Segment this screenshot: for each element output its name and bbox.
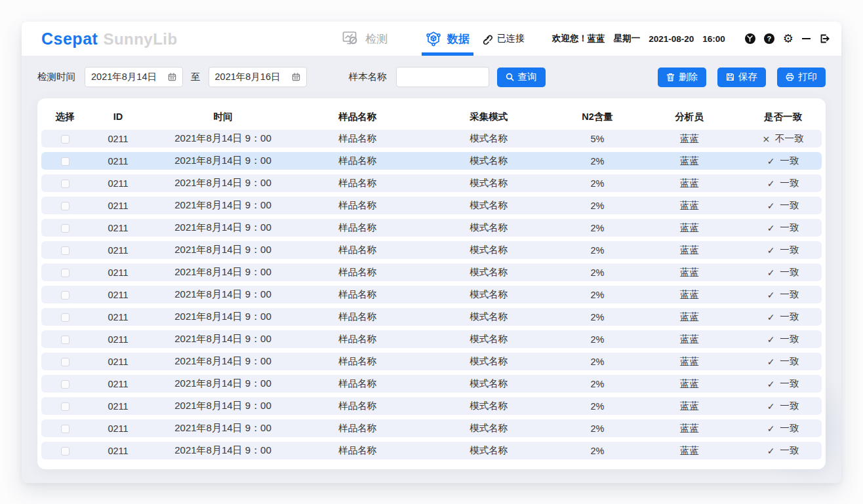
select-cell [41,201,89,211]
save-button[interactable]: 保存 [717,68,766,87]
id-cell: 0211 [89,267,148,278]
match-mark-icon: ✓ [767,334,775,345]
delete-button[interactable]: 删除 [658,68,706,87]
print-button[interactable]: 打印 [777,68,826,87]
tools-icon[interactable] [745,33,755,44]
date-from-input[interactable]: 2021年8月14日 [85,67,183,87]
sample-name-cell: 样品名称 [298,400,416,412]
app-window: Csepat SunnyLib 检测 [22,22,841,483]
n2-content-cell: 2% [561,423,634,434]
match-cell: ✓ 一致 [744,378,822,390]
table-row[interactable]: 0211 2021年8月14日 9：00 样品名称 模式名称 2% 蓝蓝 ✓ 一… [41,353,822,370]
row-checkbox[interactable] [61,180,70,188]
n2-content-cell: 2% [561,178,634,189]
window-icons: ? ⚙ [745,33,830,45]
mode-cell: 模式名称 [416,422,561,435]
tab-detection[interactable]: 检测 [341,22,389,56]
time-cell: 2021年8月14日 9：00 [148,132,298,145]
id-cell: 0211 [89,178,148,189]
table-row[interactable]: 0211 2021年8月14日 9：00 样品名称 模式名称 2% 蓝蓝 ✓ 一… [41,330,822,348]
row-checkbox[interactable] [61,336,70,344]
table-row[interactable]: 0211 2021年8月14日 9：00 样品名称 模式名称 2% 蓝蓝 ✓ 一… [41,286,822,303]
brand-secondary: SunnyLib [103,30,177,48]
select-cell [41,267,89,278]
table-row[interactable]: 0211 2021年8月14日 9：00 样品名称 模式名称 2% 蓝蓝 ✓ 一… [41,397,822,415]
table-row[interactable]: 0211 2021年8月14日 9：00 样品名称 模式名称 2% 蓝蓝 ✓ 一… [41,442,822,459]
time-text: 16:00 [702,34,725,44]
query-button[interactable]: 查询 [497,68,546,87]
column-header-time: 时间 [148,111,298,123]
row-checkbox[interactable] [61,402,70,411]
sample-name-input[interactable] [396,67,489,87]
match-label: 一致 [780,444,799,457]
filter-bar: 检测时间 2021年8月14日 至 2021年8月16日 [22,56,841,98]
table-row[interactable]: 0211 2021年8月14日 9：00 样品名称 模式名称 2% 蓝蓝 ✓ 一… [41,152,822,170]
help-icon[interactable]: ? [764,33,774,44]
time-cell: 2021年8月14日 9：00 [148,422,298,435]
match-label: 一致 [780,155,799,167]
id-cell: 0211 [89,334,148,345]
n2-content-cell: 2% [561,223,634,233]
logout-icon[interactable] [819,33,830,44]
analyst-cell: 蓝蓝 [634,444,744,457]
data-table-card: 选择 ID 时间 样品名称 采集模式 N2含量 分析员 是否一致 0211 20… [37,98,826,469]
select-cell [41,290,89,300]
time-cell: 2021年8月14日 9：00 [148,222,298,234]
row-checkbox[interactable] [61,313,70,322]
row-checkbox[interactable] [61,269,70,277]
table-row[interactable]: 0211 2021年8月14日 9：00 样品名称 模式名称 2% 蓝蓝 ✓ 一… [41,419,822,437]
table-row[interactable]: 0211 2021年8月14日 9：00 样品名称 模式名称 2% 蓝蓝 ✓ 一… [41,263,822,281]
table-row[interactable]: 0211 2021年8月14日 9：00 样品名称 模式名称 2% 蓝蓝 ✓ 一… [41,197,822,214]
row-checkbox[interactable] [61,358,70,366]
select-cell [41,156,89,166]
n2-content-cell: 2% [561,267,634,278]
action-buttons: 删除 保存 [658,68,826,87]
row-checkbox[interactable] [61,224,70,233]
row-checkbox[interactable] [61,202,70,210]
minimize-icon[interactable] [802,38,811,40]
select-cell [41,334,89,345]
column-header-mode: 采集模式 [416,111,561,123]
column-header-sample: 样品名称 [298,111,416,123]
time-cell: 2021年8月14日 9：00 [148,177,298,189]
row-checkbox[interactable] [61,447,70,456]
monitor-chart-icon [342,31,359,47]
table-row[interactable]: 0211 2021年8月14日 9：00 样品名称 模式名称 2% 蓝蓝 ✓ 一… [41,241,822,259]
select-cell [41,401,89,412]
table-row[interactable]: 0211 2021年8月14日 9：00 样品名称 模式名称 2% 蓝蓝 ✓ 一… [41,375,822,393]
settings-gear-icon[interactable]: ⚙ [783,33,793,45]
match-label: 一致 [780,333,799,345]
row-checkbox[interactable] [61,380,70,389]
time-cell: 2021年8月14日 9：00 [148,355,298,368]
save-button-label: 保存 [738,71,757,83]
calendar-icon [168,73,176,81]
table-row[interactable]: 0211 2021年8月14日 9：00 样品名称 模式名称 2% 蓝蓝 ✓ 一… [41,308,822,326]
row-checkbox[interactable] [61,157,70,166]
table-row[interactable]: 0211 2021年8月14日 9：00 样品名称 模式名称 5% 蓝蓝 × 不… [41,130,822,147]
date-from-value: 2021年8月14日 [91,71,157,83]
range-separator: 至 [191,71,201,83]
mode-cell: 模式名称 [416,266,561,279]
mode-cell: 模式名称 [416,288,561,301]
mode-cell: 模式名称 [416,132,561,145]
tab-data[interactable]: 数据 [424,22,471,56]
connection-status[interactable]: 已连接 [481,33,525,45]
date-to-input[interactable]: 2021年8月16日 [209,67,307,87]
sample-name-cell: 样品名称 [298,222,416,234]
row-checkbox[interactable] [61,246,70,255]
match-mark-icon: ✓ [767,156,775,166]
column-header-select: 选择 [41,111,89,123]
row-checkbox[interactable] [61,135,70,144]
n2-content-cell: 2% [561,156,634,166]
n2-content-cell: 2% [561,245,634,256]
row-checkbox[interactable] [61,291,70,300]
row-checkbox[interactable] [61,425,70,433]
match-mark-icon: ✓ [767,423,775,434]
time-cell: 2021年8月14日 9：00 [148,266,298,279]
match-mark-icon: × [762,134,770,144]
table-row[interactable]: 0211 2021年8月14日 9：00 样品名称 模式名称 2% 蓝蓝 ✓ 一… [41,174,822,192]
mode-cell: 模式名称 [416,222,561,234]
table-row[interactable]: 0211 2021年8月14日 9：00 样品名称 模式名称 2% 蓝蓝 ✓ 一… [41,219,822,237]
link-icon [481,33,492,45]
search-icon [506,73,514,81]
